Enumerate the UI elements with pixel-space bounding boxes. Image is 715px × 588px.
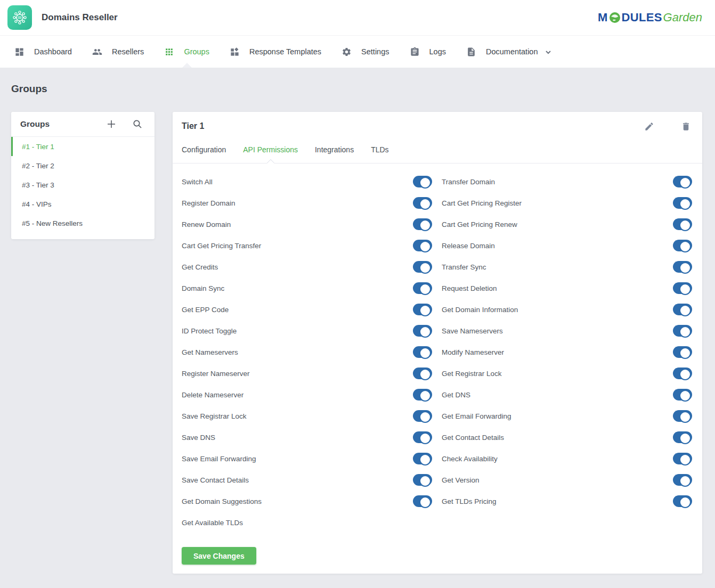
- toggle-switch[interactable]: [413, 474, 432, 486]
- permission-label: Get DNS: [442, 391, 470, 399]
- permission-row-switch-all: Switch All: [182, 171, 432, 192]
- permission-label: Save Contact Details: [182, 476, 249, 484]
- toggle-switch[interactable]: [413, 282, 432, 294]
- toggle-switch[interactable]: [673, 389, 692, 401]
- permission-label: Cart Get Pricing Register: [442, 199, 522, 207]
- toggle-switch[interactable]: [673, 218, 692, 230]
- toggle-switch[interactable]: [673, 304, 692, 315]
- permission-label: Cart Get Pricing Renew: [442, 220, 517, 228]
- permission-row-get-available-tlds: Get Available TLDs: [182, 512, 432, 533]
- toggle-switch[interactable]: [673, 325, 692, 337]
- permission-label: Get Nameservers: [182, 348, 238, 356]
- group-item-label: #1 - Tier 1: [22, 143, 54, 151]
- group-item-4-vips[interactable]: #4 - VIPs: [11, 194, 155, 214]
- toggle-switch[interactable]: [413, 431, 432, 443]
- permission-label: Get Contact Details: [442, 434, 504, 442]
- toggle-switch[interactable]: [413, 218, 432, 230]
- toggle-switch[interactable]: [673, 431, 692, 443]
- toggle-switch[interactable]: [673, 197, 692, 209]
- permission-row-cart-get-pricing-transfer: Cart Get Pricing Transfer: [182, 235, 432, 256]
- permission-row-save-registrar-lock: Save Registrar Lock: [182, 405, 432, 427]
- permission-label: Get Version: [442, 476, 480, 484]
- search-icon[interactable]: [132, 118, 143, 130]
- empty-cell: [442, 512, 692, 533]
- permission-label: Save DNS: [182, 434, 215, 442]
- tab-api-permissions[interactable]: API Permissions: [243, 145, 298, 163]
- toggle-switch[interactable]: [413, 240, 432, 251]
- permission-row-get-email-forwarding: Get Email Forwarding: [442, 405, 692, 427]
- nav-item-groups[interactable]: Groups: [154, 36, 220, 68]
- permission-label: Get TLDs Pricing: [442, 497, 497, 505]
- nav-item-dashboard[interactable]: Dashboard: [4, 36, 82, 68]
- nav-item-documentation[interactable]: Documentation: [456, 36, 562, 68]
- tab-configuration[interactable]: Configuration: [182, 145, 226, 163]
- group-item-label: #3 - Tier 3: [22, 181, 54, 189]
- logo-text-dules: DULES: [622, 11, 662, 24]
- toggle-switch[interactable]: [673, 346, 692, 358]
- toggle-switch[interactable]: [413, 453, 432, 464]
- nav-item-logs[interactable]: Logs: [400, 36, 456, 68]
- permission-row-save-nameservers: Save Nameservers: [442, 320, 692, 341]
- permission-label: Modify Nameserver: [442, 348, 504, 356]
- toggle-switch[interactable]: [673, 453, 692, 464]
- toggle-switch[interactable]: [673, 368, 692, 379]
- save-changes-button[interactable]: Save Changes: [182, 547, 256, 565]
- toggle-switch[interactable]: [673, 410, 692, 422]
- app-header: Domains Reseller M DULES Garden: [0, 0, 715, 36]
- toggle-switch[interactable]: [413, 304, 432, 315]
- toggle-switch[interactable]: [673, 176, 692, 187]
- nav-item-resellers[interactable]: Resellers: [82, 36, 154, 68]
- permission-row-id-protect-toggle: ID Protect Toggle: [182, 320, 432, 341]
- toggle-switch[interactable]: [413, 495, 432, 507]
- toggle-switch[interactable]: [673, 261, 692, 273]
- toggle-switch[interactable]: [413, 368, 432, 379]
- nav-item-settings[interactable]: Settings: [331, 36, 399, 68]
- permission-label: Transfer Domain: [442, 178, 495, 186]
- permission-row-save-email-forwarding: Save Email Forwarding: [182, 448, 432, 469]
- toggle-switch[interactable]: [413, 410, 432, 422]
- toggle-switch[interactable]: [673, 240, 692, 251]
- toggle-switch[interactable]: [673, 495, 692, 507]
- resellers-icon: [92, 47, 102, 57]
- edit-icon[interactable]: [643, 120, 655, 132]
- permission-row-get-registrar-lock: Get Registrar Lock: [442, 363, 692, 384]
- add-group-button[interactable]: [105, 118, 117, 130]
- group-item-1-tier-1[interactable]: #1 - Tier 1: [11, 137, 155, 156]
- toggle-switch[interactable]: [413, 261, 432, 273]
- group-detail-panel: Tier 1 Configuration API Permissions Int…: [173, 112, 702, 574]
- permission-label: Get EPP Code: [182, 306, 229, 314]
- delete-icon[interactable]: [680, 120, 692, 132]
- nav-item-response-templates[interactable]: Response Templates: [220, 36, 331, 68]
- permission-label: Get Domain Suggestions: [182, 497, 262, 505]
- toggle-switch[interactable]: [413, 389, 432, 401]
- permission-row-get-credits: Get Credits: [182, 256, 432, 277]
- toggle-switch[interactable]: [413, 325, 432, 337]
- permission-row-modify-nameserver: Modify Nameserver: [442, 341, 692, 363]
- nav-item-label: Dashboard: [34, 47, 72, 56]
- toggle-switch[interactable]: [413, 346, 432, 358]
- permission-label: Get Email Forwarding: [442, 412, 511, 420]
- nav-item-label: Documentation: [486, 47, 538, 56]
- tab-tlds[interactable]: TLDs: [371, 145, 388, 163]
- permission-label: Register Domain: [182, 199, 235, 207]
- toggle-switch[interactable]: [673, 282, 692, 294]
- permission-row-register-nameserver: Register Nameserver: [182, 363, 432, 384]
- permission-row-get-version: Get Version: [442, 469, 692, 491]
- permission-row-register-domain: Register Domain: [182, 192, 432, 214]
- permission-label: Domain Sync: [182, 284, 224, 292]
- permission-row-domain-sync: Domain Sync: [182, 277, 432, 299]
- permission-row-save-contact-details: Save Contact Details: [182, 469, 432, 491]
- app-title: Domains Reseller: [42, 12, 118, 23]
- group-item-label: #4 - VIPs: [22, 200, 52, 208]
- toggle-switch[interactable]: [413, 197, 432, 209]
- toggle-switch[interactable]: [673, 474, 692, 486]
- tab-integrations[interactable]: Integrations: [315, 145, 354, 163]
- permission-label: Release Domain: [442, 242, 495, 250]
- permission-row-renew-domain: Renew Domain: [182, 214, 432, 235]
- permission-row-check-availability: Check Availability: [442, 448, 692, 469]
- response-templates-icon: [230, 47, 240, 57]
- group-item-2-tier-2[interactable]: #2 - Tier 2: [11, 156, 155, 175]
- toggle-switch[interactable]: [413, 176, 432, 187]
- group-item-5-new-resellers[interactable]: #5 - New Resellers: [11, 214, 155, 233]
- group-item-3-tier-3[interactable]: #3 - Tier 3: [11, 175, 155, 194]
